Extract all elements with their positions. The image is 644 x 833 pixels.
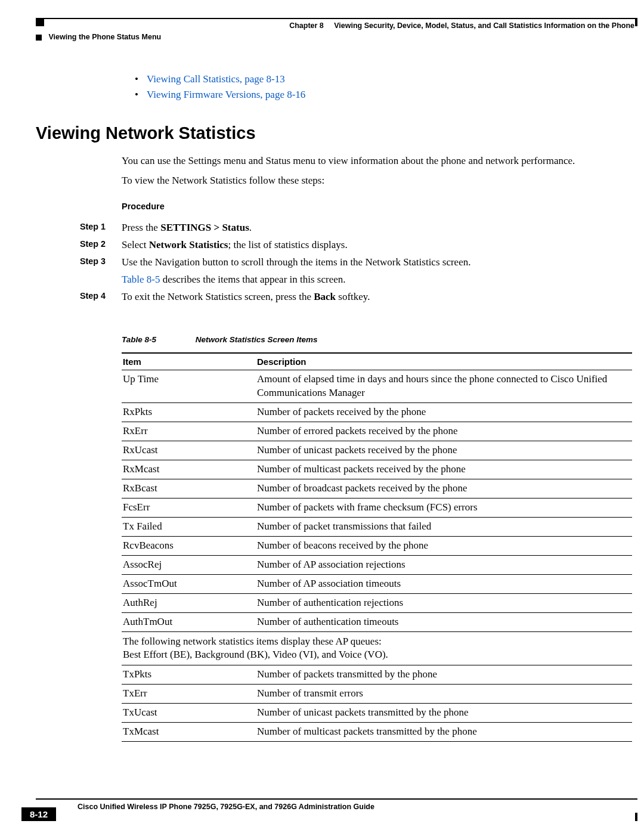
step-row: Step 3 Use the Navigation button to scro…: [80, 254, 632, 289]
step-text: Select: [122, 239, 149, 250]
description-cell: Number of packets received by the phone: [256, 403, 632, 422]
table-block: Table 8-5 Network Statistics Screen Item…: [122, 335, 632, 742]
content-area: • Viewing Call Statistics, page 8-13 • V…: [36, 72, 632, 742]
footer-guide-title: Cisco Unified Wireless IP Phone 7925G, 7…: [78, 803, 374, 811]
running-header: Chapter 8 Viewing Security, Device, Mode…: [36, 21, 634, 30]
step-label: Step 1: [80, 219, 122, 237]
description-cell: Number of packets with frame checksum (F…: [256, 498, 632, 517]
description-cell: Number of AP association rejections: [256, 555, 632, 574]
chapter-title: Viewing Security, Device, Model, Status,…: [334, 21, 634, 30]
step-body: To exit the Network Statistics screen, p…: [122, 289, 632, 306]
description-cell: Number of authentication rejections: [256, 593, 632, 612]
step-label: Step 3: [80, 254, 122, 289]
span-note-line2: Best Effort (BE), Background (BK), Video…: [123, 648, 627, 662]
step-text: Use the Navigation button to scroll thro…: [122, 254, 632, 271]
bullet-icon: •: [135, 72, 147, 87]
table-row: RcvBeaconsNumber of beacons received by …: [122, 536, 632, 555]
table-row: TxMcastNumber of multicast packets trans…: [122, 723, 632, 742]
description-cell: Number of authentication timeouts: [256, 612, 632, 631]
step-row: Step 2 Select Network Statistics; the li…: [80, 237, 632, 254]
item-cell: AssocRej: [122, 555, 256, 574]
item-cell: RcvBeacons: [122, 536, 256, 555]
step-text: To exit the Network Statistics screen, p…: [122, 291, 314, 302]
item-cell: Tx Failed: [122, 517, 256, 536]
table-number: Table 8-5: [122, 335, 193, 344]
item-cell: TxErr: [122, 685, 256, 704]
section-marker-icon: [36, 35, 42, 41]
table-caption: Table 8-5 Network Statistics Screen Item…: [122, 335, 632, 344]
step-body: Use the Navigation button to scroll thro…: [122, 254, 632, 289]
table-row: FcsErrNumber of packets with frame check…: [122, 498, 632, 517]
table-ref-link[interactable]: Table 8-5: [122, 274, 160, 285]
section-title: Viewing the Phone Status Menu: [48, 33, 161, 41]
description-cell: Number of AP association timeouts: [256, 574, 632, 593]
step-bold: SETTINGS > Status: [160, 222, 249, 233]
table-row: TxUcastNumber of unicast packets transmi…: [122, 704, 632, 723]
table-row: RxPktsNumber of packets received by the …: [122, 403, 632, 422]
item-cell: Up Time: [122, 370, 256, 403]
item-cell: FcsErr: [122, 498, 256, 517]
col-header-description: Description: [256, 353, 632, 370]
description-cell: Number of packets transmitted by the pho…: [256, 665, 632, 685]
list-item: • Viewing Firmware Versions, page 8-16: [135, 87, 632, 103]
statistics-table: Item Description Up TimeAmount of elapse…: [122, 352, 632, 742]
table-row: AuthTmOutNumber of authentication timeou…: [122, 612, 632, 631]
item-cell: AuthRej: [122, 593, 256, 612]
description-cell: Number of multicast packets transmitted …: [256, 723, 632, 742]
step-text: describes the items that appear in this …: [160, 274, 345, 285]
item-cell: RxBcast: [122, 479, 256, 498]
description-cell: Number of multicast packets received by …: [256, 460, 632, 479]
item-cell: AuthTmOut: [122, 612, 256, 631]
item-cell: TxUcast: [122, 704, 256, 723]
bullet-list: • Viewing Call Statistics, page 8-13 • V…: [135, 72, 632, 103]
step-row: Step 4 To exit the Network Statistics sc…: [80, 289, 632, 306]
table-row: RxBcastNumber of broadcast packets recei…: [122, 479, 632, 498]
item-cell: TxMcast: [122, 723, 256, 742]
header-marker-right: [635, 18, 637, 26]
col-header-item: Item: [122, 353, 256, 370]
description-cell: Amount of elapsed time in days and hours…: [256, 370, 632, 403]
step-text: .: [249, 222, 252, 233]
step-label: Step 4: [80, 289, 122, 306]
description-cell: Number of packet transmissions that fail…: [256, 517, 632, 536]
table-row: AssocRejNumber of AP association rejecti…: [122, 555, 632, 574]
table-row: TxErrNumber of transmit errors: [122, 685, 632, 704]
footer-marker-right: [635, 813, 637, 821]
intro-paragraph-1: You can use the Settings menu and Status…: [122, 154, 632, 169]
span-note-line1: The following network statistics items d…: [123, 635, 627, 649]
description-cell: Number of errored packets received by th…: [256, 422, 632, 441]
step-label: Step 2: [80, 237, 122, 254]
table-row: TxPktsNumber of packets transmitted by t…: [122, 665, 632, 685]
list-item: • Viewing Call Statistics, page 8-13: [135, 72, 632, 87]
description-cell: Number of broadcast packets received by …: [256, 479, 632, 498]
item-cell: AssocTmOut: [122, 574, 256, 593]
page: Chapter 8 Viewing Security, Device, Mode…: [0, 0, 644, 833]
item-cell: RxErr: [122, 422, 256, 441]
description-cell: Number of unicast packets transmitted by…: [256, 704, 632, 723]
step-text: Press the: [122, 222, 160, 233]
table-row: Up TimeAmount of elapsed time in days an…: [122, 370, 632, 403]
table-span-row: The following network statistics items d…: [122, 631, 632, 665]
procedure-heading: Procedure: [122, 202, 632, 211]
table-row: RxMcastNumber of multicast packets recei…: [122, 460, 632, 479]
item-cell: TxPkts: [122, 665, 256, 685]
section-header: Viewing the Phone Status Menu: [36, 33, 161, 41]
table-row: AuthRejNumber of authentication rejectio…: [122, 593, 632, 612]
bullet-icon: •: [135, 87, 147, 103]
step-bold: Network Statistics: [149, 239, 228, 250]
procedure-steps: Step 1 Press the SETTINGS > Status. Step…: [80, 219, 632, 305]
item-cell: RxMcast: [122, 460, 256, 479]
table-row: Tx FailedNumber of packet transmissions …: [122, 517, 632, 536]
header-rule: [36, 18, 637, 19]
step-bold: Back: [314, 291, 336, 302]
step-body: Press the SETTINGS > Status.: [122, 219, 632, 237]
step-text: softkey.: [336, 291, 370, 302]
table-title: Network Statistics Screen Items: [196, 335, 318, 344]
bullet-link[interactable]: Viewing Firmware Versions, page 8-16: [147, 87, 305, 103]
page-number: 8-12: [21, 807, 56, 821]
step-body: Select Network Statistics; the list of s…: [122, 237, 632, 254]
bullet-link[interactable]: Viewing Call Statistics, page 8-13: [147, 72, 285, 87]
step-row: Step 1 Press the SETTINGS > Status.: [80, 219, 632, 237]
description-cell: Number of unicast packets received by th…: [256, 441, 632, 460]
chapter-label: Chapter 8: [289, 21, 324, 30]
